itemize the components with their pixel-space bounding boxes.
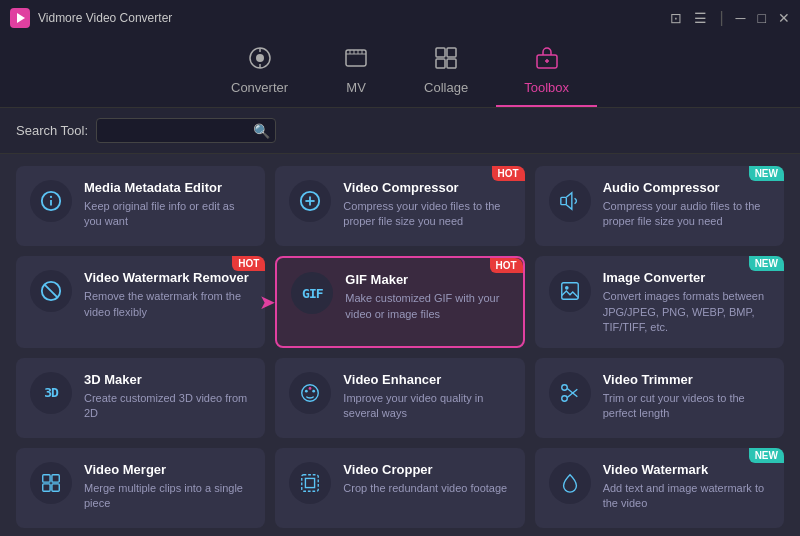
tool-title-video-compressor: Video Compressor — [343, 180, 510, 195]
tool-card-video-trimmer[interactable]: Video TrimmerTrim or cut your videos to … — [535, 358, 784, 438]
tab-collage-label: Collage — [424, 80, 468, 95]
badge-video-watermark-remover: Hot — [232, 256, 265, 271]
tool-card-video-watermark-remover[interactable]: HotVideo Watermark RemoverRemove the wat… — [16, 256, 265, 347]
tool-text-image-converter: Image ConverterConvert images formats be… — [603, 270, 770, 335]
tool-desc-video-merger: Merge multiple clips into a single piece — [84, 481, 251, 512]
tool-icon-3d-maker: 3D — [30, 372, 72, 414]
badge-video-compressor: Hot — [492, 166, 525, 181]
window-controls: ⊡ ☰ | ─ □ ✕ — [670, 9, 790, 27]
svg-rect-38 — [43, 475, 50, 482]
tool-text-video-compressor: Video CompressorCompress your video file… — [343, 180, 510, 230]
tab-toolbox[interactable]: Toolbox — [496, 38, 597, 107]
badge-video-watermark: New — [749, 448, 784, 463]
tool-icon-gif-maker: GIF — [291, 272, 333, 314]
svg-rect-40 — [43, 484, 50, 491]
search-input[interactable] — [96, 118, 276, 143]
tool-card-gif-maker[interactable]: ➤HotGIFGIF MakerMake customized GIF with… — [275, 256, 524, 347]
tab-mv-label: MV — [346, 80, 366, 95]
tab-collage[interactable]: Collage — [396, 38, 496, 107]
svg-point-35 — [561, 384, 567, 390]
svg-point-33 — [313, 389, 316, 392]
tool-icon-video-cropper — [289, 462, 331, 504]
tool-card-3d-maker[interactable]: 3D3D MakerCreate customized 3D video fro… — [16, 358, 265, 438]
tool-title-video-enhancer: Video Enhancer — [343, 372, 510, 387]
minimize-btn[interactable]: ─ — [736, 11, 746, 25]
tab-converter-label: Converter — [231, 80, 288, 95]
converter-icon — [248, 46, 272, 76]
search-icon-btn[interactable]: 🔍 — [253, 123, 270, 139]
search-input-wrap: 🔍 — [96, 118, 276, 143]
tool-card-video-merger[interactable]: Video MergerMerge multiple clips into a … — [16, 448, 265, 528]
svg-rect-28 — [561, 283, 578, 300]
svg-point-3 — [256, 54, 264, 62]
tab-converter[interactable]: Converter — [203, 38, 316, 107]
collage-icon — [434, 46, 458, 76]
tool-title-media-metadata-editor: Media Metadata Editor — [84, 180, 251, 195]
tool-card-video-cropper[interactable]: Video CropperCrop the redundant video fo… — [275, 448, 524, 528]
tool-icon-media-metadata-editor — [30, 180, 72, 222]
tool-title-video-watermark: Video Watermark — [603, 462, 770, 477]
tool-icon-video-watermark-remover — [30, 270, 72, 312]
tool-title-video-trimmer: Video Trimmer — [603, 372, 770, 387]
tool-title-image-converter: Image Converter — [603, 270, 770, 285]
arrow-indicator: ➤ — [259, 290, 276, 314]
tool-icon-video-trimmer — [549, 372, 591, 414]
tool-card-image-converter[interactable]: NewImage ConverterConvert images formats… — [535, 256, 784, 347]
svg-point-21 — [50, 196, 52, 198]
tool-title-video-watermark-remover: Video Watermark Remover — [84, 270, 251, 285]
tool-card-video-enhancer[interactable]: Video EnhancerImprove your video quality… — [275, 358, 524, 438]
maximize-btn[interactable]: □ — [758, 11, 766, 25]
tool-title-3d-maker: 3D Maker — [84, 372, 251, 387]
svg-point-32 — [309, 387, 312, 390]
close-btn[interactable]: ✕ — [778, 11, 790, 25]
tool-title-video-merger: Video Merger — [84, 462, 251, 477]
svg-rect-13 — [447, 48, 456, 57]
svg-line-27 — [45, 285, 58, 298]
tool-card-audio-compressor[interactable]: NewAudio CompressorCompress your audio f… — [535, 166, 784, 246]
svg-rect-39 — [52, 475, 59, 482]
tool-card-media-metadata-editor[interactable]: Media Metadata EditorKeep original file … — [16, 166, 265, 246]
svg-rect-43 — [306, 478, 315, 487]
svg-rect-12 — [436, 48, 445, 57]
captions-btn[interactable]: ⊡ — [670, 11, 682, 25]
tool-desc-image-converter: Convert images formats between JPG/JPEG,… — [603, 289, 770, 335]
tool-desc-video-enhancer: Improve your video quality in several wa… — [343, 391, 510, 422]
tool-text-audio-compressor: Audio CompressorCompress your audio file… — [603, 180, 770, 230]
badge-audio-compressor: New — [749, 166, 784, 181]
tool-desc-video-watermark-remover: Remove the watermark from the video flex… — [84, 289, 251, 320]
tool-icon-video-watermark — [549, 462, 591, 504]
badge-gif-maker: Hot — [490, 258, 523, 273]
tool-icon-image-converter — [549, 270, 591, 312]
tab-mv[interactable]: MV — [316, 38, 396, 107]
tool-text-video-watermark: Video WatermarkAdd text and image waterm… — [603, 462, 770, 512]
tool-desc-media-metadata-editor: Keep original file info or edit as you w… — [84, 199, 251, 230]
svg-line-36 — [567, 388, 577, 396]
tool-desc-video-cropper: Crop the redundant video footage — [343, 481, 510, 496]
title-bar: Vidmore Video Converter ⊡ ☰ | ─ □ ✕ — [0, 0, 800, 36]
svg-rect-14 — [436, 59, 445, 68]
tool-title-gif-maker: GIF Maker — [345, 272, 508, 287]
menu-btn[interactable]: ☰ — [694, 11, 707, 25]
tool-text-video-cropper: Video CropperCrop the redundant video fo… — [343, 462, 510, 496]
tool-text-video-trimmer: Video TrimmerTrim or cut your videos to … — [603, 372, 770, 422]
badge-image-converter: New — [749, 256, 784, 271]
tool-card-video-compressor[interactable]: HotVideo CompressorCompress your video f… — [275, 166, 524, 246]
search-label: Search Tool: — [16, 123, 88, 138]
tool-desc-video-compressor: Compress your video files to the proper … — [343, 199, 510, 230]
svg-rect-6 — [346, 50, 366, 66]
tool-icon-video-compressor — [289, 180, 331, 222]
svg-point-34 — [561, 395, 567, 401]
app-title: Vidmore Video Converter — [38, 11, 670, 25]
tool-desc-3d-maker: Create customized 3D video from 2D — [84, 391, 251, 422]
app-logo — [10, 8, 30, 28]
tool-text-video-watermark-remover: Video Watermark RemoverRemove the waterm… — [84, 270, 251, 320]
svg-rect-42 — [302, 475, 319, 492]
svg-point-31 — [305, 389, 308, 392]
tool-icon-video-merger — [30, 462, 72, 504]
tool-card-video-watermark[interactable]: NewVideo WatermarkAdd text and image wat… — [535, 448, 784, 528]
tool-title-video-cropper: Video Cropper — [343, 462, 510, 477]
mv-icon — [344, 46, 368, 76]
svg-rect-25 — [560, 197, 566, 204]
svg-rect-41 — [52, 484, 59, 491]
tool-text-gif-maker: GIF MakerMake customized GIF with your v… — [345, 272, 508, 322]
